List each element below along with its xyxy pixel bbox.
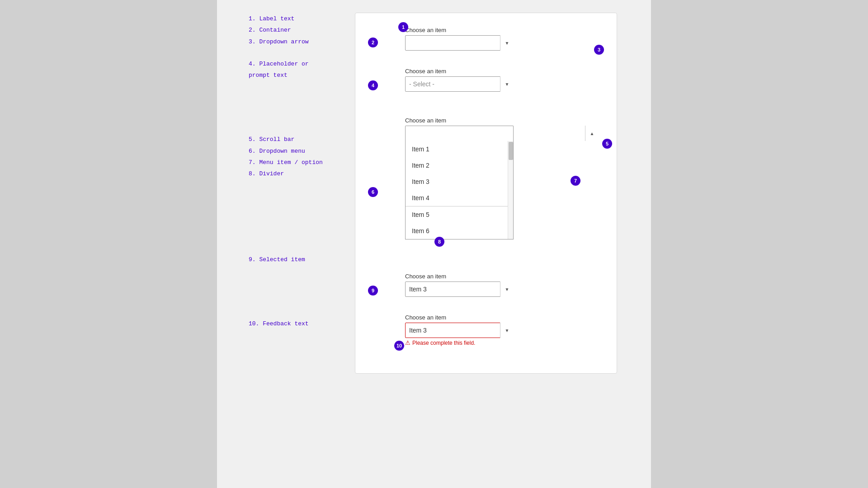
badge-10: 10	[394, 341, 404, 351]
dropdown-open-input[interactable]	[405, 126, 514, 141]
dropdown-select-5[interactable]: Item 3 Item 1 Item 2 Item 4 Item 5 Item …	[405, 323, 514, 338]
menu-item-6[interactable]: Item 6	[406, 223, 508, 239]
badge-4: 4	[368, 80, 378, 90]
badge-6: 6	[368, 187, 378, 197]
dropdown-label-4: Choose an item	[405, 273, 599, 280]
menu-item-4[interactable]: Item 4	[406, 190, 508, 206]
dropdown-label-2: Choose an item	[405, 68, 599, 75]
menu-list-outer: Item 1 Item 2 Item 3 Item 4 Item 5 Item …	[405, 141, 599, 239]
dropdown-container-2: - Select - Item 1 Item 2 Item 3 Item 4 I…	[405, 76, 514, 92]
dropdown-arrow-up[interactable]	[585, 126, 599, 141]
annotation-5: 5. Scroll bar	[249, 134, 353, 145]
badge-8: 8	[434, 237, 444, 247]
badge-9: 9	[368, 286, 378, 296]
badge-1: 1	[398, 22, 408, 32]
section-placeholder-dropdown: 4 Choose an item - Select - Item 1 Item …	[373, 68, 599, 92]
annotation-2: 2. Container	[249, 25, 353, 35]
annotation-1: 1. Label text	[249, 14, 353, 24]
error-text: Please complete this field.	[412, 340, 475, 346]
annotation-7: 7. Menu item / option	[249, 157, 353, 168]
scrollbar-thumb[interactable]	[509, 142, 513, 160]
dropdown-label-5: Choose an item	[405, 314, 599, 321]
annotation-10: 10. Feedback text	[249, 319, 353, 329]
badge-2: 2	[368, 38, 378, 47]
annotation-6: 6. Dropdown menu	[249, 146, 353, 156]
items-area: Item 1 Item 2 Item 3 Item 4 Item 5 Item …	[406, 141, 513, 239]
section-empty-dropdown: 1 2 3 Choose an item	[373, 27, 599, 51]
open-menu-container: Item 1 Item 2 Item 3 Item 4 Item 5 Item …	[405, 126, 599, 239]
section-selected-dropdown: 9 Choose an item Item 3 Item 1 Item 2 It…	[373, 273, 599, 297]
error-icon: ⚠	[405, 339, 410, 346]
dropdown-container-1	[405, 35, 514, 51]
annotation-8: 8. Divider	[249, 169, 353, 179]
annotation-9: 9. Selected item	[249, 254, 353, 265]
section-feedback-dropdown: 10 Choose an item Item 3 Item 1 Item 2 I…	[373, 314, 599, 346]
menu-list: Item 1 Item 2 Item 3 Item 4 Item 5 Item …	[405, 141, 514, 239]
annotation-4b: prompt text	[249, 70, 353, 80]
dropdown-container-5: Item 3 Item 1 Item 2 Item 4 Item 5 Item …	[405, 323, 514, 338]
menu-item-3[interactable]: Item 3	[406, 174, 508, 190]
menu-item-2[interactable]: Item 2	[406, 157, 508, 174]
dropdown-select-2[interactable]: - Select - Item 1 Item 2 Item 3 Item 4 I…	[405, 76, 514, 92]
dropdown-select-4[interactable]: Item 3 Item 1 Item 2 Item 4 Item 5 Item …	[405, 282, 514, 297]
dropdown-label-1: Choose an item	[405, 27, 599, 33]
annotations-column: 1. Label text 2. Container 3. Dropdown a…	[249, 9, 353, 377]
menu-item-5[interactable]: Item 5	[406, 206, 508, 223]
badge-3: 3	[594, 45, 604, 55]
annotation-4a: 4. Placeholder or	[249, 59, 353, 69]
section-open-dropdown: 5 6 7 8 Choose an item	[373, 117, 599, 239]
menu-item-1[interactable]: Item 1	[406, 141, 508, 157]
dropdown-label-3: Choose an item	[405, 117, 599, 124]
badge-5: 5	[602, 139, 612, 149]
error-message: ⚠ Please complete this field.	[405, 339, 599, 346]
main-card: 1 2 3 Choose an item	[355, 13, 617, 374]
scrollbar-track[interactable]	[508, 141, 513, 239]
annotation-3: 3. Dropdown arrow	[249, 37, 353, 47]
dropdown-select-1[interactable]	[405, 35, 514, 51]
badge-7: 7	[571, 176, 580, 186]
dropdown-container-4: Item 3 Item 1 Item 2 Item 4 Item 5 Item …	[405, 282, 514, 297]
